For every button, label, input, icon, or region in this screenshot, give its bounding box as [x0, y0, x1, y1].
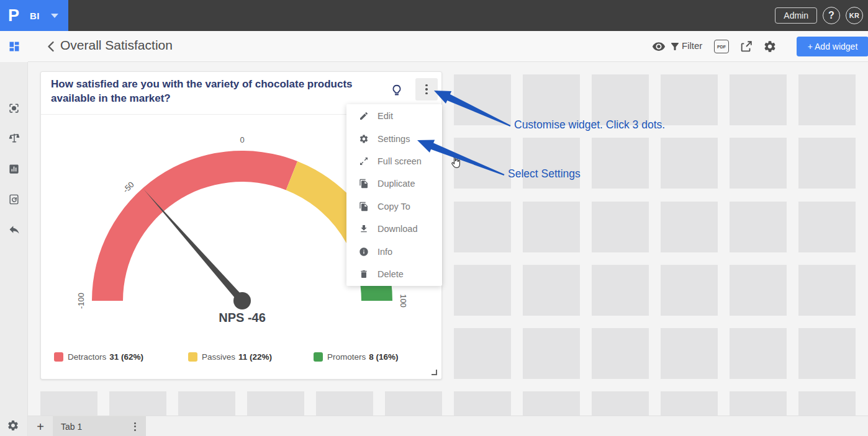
focus-frame-icon: [8, 102, 20, 114]
page-title: Overall Satisfaction: [60, 38, 173, 53]
grid-placeholder: [661, 74, 718, 125]
grid-placeholder: [798, 202, 856, 252]
export-pdf-icon[interactable]: PDF: [714, 40, 729, 53]
grid-placeholder: [592, 391, 649, 416]
grid-placeholder: [592, 202, 649, 252]
grid-placeholder: [661, 202, 718, 252]
widget-menu-dots-icon[interactable]: [415, 78, 438, 100]
duplicate-icon: [359, 179, 369, 189]
topbar-actions: Admin ? KR: [775, 0, 863, 31]
trash-icon: [359, 269, 369, 279]
grid-placeholder: [523, 138, 580, 189]
grid-placeholder: [523, 265, 580, 316]
back-icon[interactable]: [44, 39, 59, 54]
logo-letter: P: [8, 7, 19, 24]
grid-placeholder: [523, 391, 580, 416]
admin-button[interactable]: Admin: [775, 7, 817, 24]
promoters-swatch: [314, 352, 323, 362]
legend-item-passives: Passives 11 (22%): [188, 352, 272, 362]
grid-placeholder: [730, 328, 787, 379]
grid-placeholder: [247, 391, 304, 416]
page-header: Overall Satisfaction Filter PDF + Add wi…: [28, 31, 868, 62]
legend-value: 8 (16%): [369, 352, 398, 362]
gauge-tick-label: -50: [121, 180, 136, 195]
grid-placeholder: [661, 265, 718, 316]
grid-placeholder: [798, 391, 856, 416]
tab-label: Tab 1: [61, 422, 82, 432]
legend-label: Passives: [202, 352, 235, 362]
menu-item-delete[interactable]: Delete: [346, 263, 442, 285]
sidebar-item-responses[interactable]: [0, 185, 28, 213]
tab-1[interactable]: Tab 1: [53, 416, 146, 436]
gauge-legend: Detractors 31 (62%) Passives 11 (22%) Pr…: [41, 352, 441, 365]
grid-placeholder: [109, 391, 166, 416]
menu-item-download[interactable]: Download: [346, 218, 442, 240]
lightbulb-icon[interactable]: [390, 82, 404, 99]
grid-placeholder: [730, 391, 787, 416]
grid-placeholder: [798, 138, 856, 189]
menu-item-edit[interactable]: Edit: [346, 105, 442, 127]
fullscreen-icon: [359, 156, 369, 166]
legend-label: Detractors: [68, 352, 106, 362]
menu-item-fullscreen[interactable]: Full screen: [346, 150, 442, 172]
download-icon: [359, 224, 369, 234]
grid-placeholder: [661, 328, 718, 379]
app-root: P BI Admin ? KR Overall Satisfaction Fil…: [0, 0, 868, 436]
grid-placeholder: [316, 391, 373, 416]
filter-icon[interactable]: [669, 40, 680, 53]
add-widget-button[interactable]: + Add widget: [797, 37, 868, 56]
eye-icon[interactable]: [652, 40, 666, 53]
product-name: BI: [30, 11, 40, 21]
sidebar: [0, 31, 28, 436]
grid-placeholder: [798, 74, 856, 125]
gauge-tick-label: 0: [240, 135, 244, 145]
widget-title: How satisfied are you with the variety o…: [51, 78, 374, 106]
help-button[interactable]: ?: [823, 7, 840, 24]
grid-placeholder: [730, 202, 787, 252]
gauge-needle: [143, 189, 245, 303]
share-icon[interactable]: [739, 40, 753, 53]
chevron-down-icon[interactable]: [51, 14, 58, 18]
pencil-icon: [359, 111, 369, 121]
dashboard-settings-gear-icon[interactable]: [763, 40, 777, 53]
tab-bar: + Tab 1: [28, 416, 868, 436]
menu-item-settings[interactable]: Settings: [346, 127, 442, 149]
grid-placeholder: [592, 138, 649, 189]
grid-placeholder: [592, 265, 649, 316]
grid-placeholder: [523, 202, 580, 252]
grid-placeholder: [661, 138, 718, 189]
sidebar-item-back[interactable]: [0, 216, 28, 243]
settings-gear-icon[interactable]: [7, 419, 19, 432]
add-tab-button[interactable]: +: [37, 420, 44, 433]
grid-placeholder: [40, 391, 97, 416]
sidebar-item-dashboard[interactable]: [0, 31, 28, 62]
info-icon: [359, 247, 369, 257]
menu-item-duplicate[interactable]: Duplicate: [346, 172, 442, 195]
grid-placeholder: [178, 391, 235, 416]
sidebar-item-compare[interactable]: [0, 125, 28, 152]
menu-item-copy-to[interactable]: Copy To: [346, 195, 442, 218]
sidebar-item-focus[interactable]: [0, 94, 28, 122]
avatar[interactable]: KR: [846, 7, 863, 24]
grid-placeholder: [454, 265, 511, 316]
menu-item-info[interactable]: Info: [346, 240, 442, 262]
app-logo[interactable]: P BI: [0, 0, 68, 31]
grid-placeholder: [454, 202, 511, 252]
filter-label[interactable]: Filter: [682, 40, 702, 51]
grid-placeholder: [730, 138, 787, 189]
gear-icon: [359, 134, 369, 144]
widget-resize-handle[interactable]: [432, 370, 437, 375]
tab-menu-dots-icon[interactable]: [134, 422, 136, 431]
balance-scale-icon: [8, 132, 20, 145]
legend-item-promoters: Promoters 8 (16%): [314, 352, 399, 362]
gauge-tick-label: 100: [399, 294, 408, 308]
top-bar: P BI Admin ? KR: [0, 0, 868, 31]
grid-placeholder: [798, 328, 856, 379]
grid-placeholder: [454, 138, 511, 189]
sidebar-item-reports[interactable]: [0, 155, 28, 182]
grid-placeholder: [523, 74, 580, 125]
grid-placeholder: [385, 391, 442, 416]
add-tab-area: +: [28, 416, 53, 436]
grid-placeholder: [523, 328, 580, 379]
grid-placeholder: [730, 265, 787, 316]
